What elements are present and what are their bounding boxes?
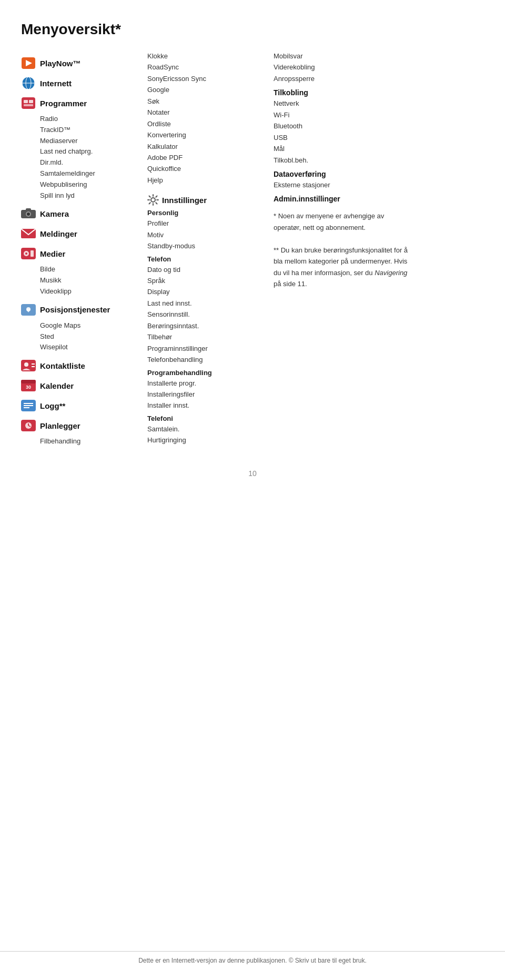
svg-rect-8 bbox=[29, 100, 33, 103]
col3-mal: Mål bbox=[274, 143, 410, 154]
menu-item-playnow: PlayNow™ bbox=[21, 56, 137, 70]
innst-telefon-header: Telefon bbox=[147, 255, 263, 263]
sub-dirmld: Dir.mld. bbox=[40, 157, 137, 168]
kontakt-icon bbox=[21, 358, 36, 373]
innst-installerinnst: Installer innst. bbox=[147, 400, 263, 411]
innst-samtalein: Samtalein. bbox=[147, 423, 263, 435]
column-3: Mobilsvar Viderekobling Anropssperre Til… bbox=[274, 50, 410, 289]
innst-sprak: Språk bbox=[147, 275, 263, 286]
innstillinger-header: Innstillinger bbox=[147, 194, 263, 206]
posisjons-sub: Google Maps Sted Wisepilot bbox=[40, 320, 137, 353]
innst-personlig-header: Personlig bbox=[147, 209, 263, 217]
svg-rect-9 bbox=[24, 104, 33, 106]
svg-point-17 bbox=[25, 252, 27, 255]
col2-google: Google bbox=[147, 84, 263, 95]
col3-mobilsvar: Mobilsvar bbox=[274, 50, 410, 62]
sub-filbehandling: Filbehandling bbox=[40, 436, 137, 447]
sub-sted: Sted bbox=[40, 331, 137, 342]
planlegger-icon bbox=[21, 418, 36, 433]
innst-standby: Standby-modus bbox=[147, 240, 263, 251]
innst-programbehandling-header: Programbehandling bbox=[147, 369, 263, 377]
svg-point-12 bbox=[27, 213, 30, 216]
col2-roadsync: RoadSync bbox=[147, 62, 263, 73]
menu-item-kamera: Kamera bbox=[21, 206, 137, 221]
sub-samtalemeldinger: Samtalemeldinger bbox=[40, 168, 137, 179]
planlegger-sub: Filbehandling bbox=[40, 436, 137, 447]
col3-usb: USB bbox=[274, 132, 410, 143]
col3-nettverk: Nettverk bbox=[274, 98, 410, 109]
innst-installerte: Installerte progr. bbox=[147, 378, 263, 389]
sub-spillinnlyd: Spill inn lyd bbox=[40, 190, 137, 201]
col2-ordliste: Ordliste bbox=[147, 118, 263, 129]
logg-label: Logg** bbox=[40, 401, 65, 410]
innst-beroring: Berøringsinntast. bbox=[147, 320, 263, 331]
camera-icon bbox=[21, 206, 36, 221]
sub-webpublisering: Webpublisering bbox=[40, 179, 137, 190]
col3-admin-header: Admin.innstillinger bbox=[274, 195, 410, 203]
col3-bluetooth: Bluetooth bbox=[274, 120, 410, 132]
notes-section: * Noen av menyene er avhengige av operat… bbox=[274, 210, 410, 289]
internett-label: Internett bbox=[40, 79, 72, 88]
playnow-label: PlayNow™ bbox=[40, 59, 81, 68]
innst-hurtigringing: Hurtigringing bbox=[147, 435, 263, 446]
innst-telefonbehandling: Telefonbehandling bbox=[147, 354, 263, 365]
innst-lastned: Last ned innst. bbox=[147, 298, 263, 309]
menu-item-posisjons: Posisjonstjenester bbox=[21, 302, 137, 317]
svg-point-23 bbox=[24, 362, 28, 367]
menu-item-medier: Medier bbox=[21, 246, 137, 261]
sub-lastnedchatprg: Last ned chatprg. bbox=[40, 146, 137, 157]
col2-hjelp: Hjelp bbox=[147, 175, 263, 186]
note-2: ** Du kan bruke berøringsfunksjonalitet … bbox=[274, 245, 410, 290]
sub-musikk: Musikk bbox=[40, 275, 137, 286]
menu-item-logg: Logg** bbox=[21, 398, 137, 413]
menu-item-programmer: Programmer bbox=[21, 96, 137, 110]
col3-anropssperre: Anropssperre bbox=[274, 73, 410, 84]
sub-radio: Radio bbox=[40, 114, 137, 125]
innst-profiler: Profiler bbox=[147, 218, 263, 229]
col3-wifi: Wi-Fi bbox=[274, 109, 410, 120]
footer-text: Dette er en Internett-versjon av denne p… bbox=[138, 957, 367, 964]
menu-item-kontakt: Kontaktliste bbox=[21, 358, 137, 373]
col3-eksterne-stasjoner: Eksterne stasjoner bbox=[274, 179, 410, 190]
innst-installeringsfiler: Installeringsfiler bbox=[147, 389, 263, 400]
col2-quickoffice: Quickoffice bbox=[147, 163, 263, 174]
posisjons-icon bbox=[21, 302, 36, 317]
innst-sensorinnstill: Sensorinnstill. bbox=[147, 309, 263, 320]
innstillinger-icon bbox=[147, 194, 159, 206]
page-container: Menyoversikt* PlayNow™ bbox=[0, 0, 505, 980]
posisjons-label: Posisjonstjenester bbox=[40, 305, 110, 314]
kalender-icon: 30 bbox=[21, 378, 36, 393]
menu-item-meldinger: Meldinger bbox=[21, 226, 137, 241]
sub-trackid: TrackID™ bbox=[40, 125, 137, 136]
sub-videoklipp: Videoklipp bbox=[40, 286, 137, 297]
sub-wisepilot: Wisepilot bbox=[40, 342, 137, 353]
col2-klokke: Klokke bbox=[147, 50, 263, 62]
innst-motiv: Motiv bbox=[147, 229, 263, 240]
col3-dataoverforing-header: Dataoverføring bbox=[274, 170, 410, 178]
innst-tilbehor: Tilbehør bbox=[147, 331, 263, 342]
menu-item-internett: Internett bbox=[21, 76, 137, 90]
page-title: Menyoversikt* bbox=[21, 21, 484, 38]
col3-tilkoblbeh: Tilkobl.beh. bbox=[274, 155, 410, 166]
programmer-sub: Radio TrackID™ Mediaserver Last ned chat… bbox=[40, 114, 137, 201]
sub-bilde: Bilde bbox=[40, 264, 137, 275]
page-number: 10 bbox=[21, 469, 484, 478]
internet-icon bbox=[21, 76, 36, 90]
svg-rect-18 bbox=[31, 250, 34, 257]
innst-programinnst: Programinnstillinger bbox=[147, 343, 263, 354]
page-footer: Dette er en Internett-versjon av denne p… bbox=[0, 951, 505, 964]
column-2: Klokke RoadSync SonyEricsson Sync Google… bbox=[147, 50, 263, 446]
sub-googlemaps: Google Maps bbox=[40, 320, 137, 331]
meldinger-icon bbox=[21, 226, 36, 241]
menu-item-kalender: 30 Kalender bbox=[21, 378, 137, 393]
innstillinger-label: Innstillinger bbox=[162, 196, 207, 205]
svg-rect-6 bbox=[22, 97, 35, 109]
svg-rect-27 bbox=[21, 380, 36, 383]
medier-label: Medier bbox=[40, 249, 65, 258]
col2-kalkulator: Kalkulator bbox=[147, 141, 263, 152]
column-1: PlayNow™ Internett bbox=[21, 50, 137, 448]
col2-notater: Notater bbox=[147, 107, 263, 118]
logg-icon bbox=[21, 398, 36, 413]
medier-icon bbox=[21, 246, 36, 261]
col2-sonyericsson-sync: SonyEricsson Sync bbox=[147, 73, 263, 84]
